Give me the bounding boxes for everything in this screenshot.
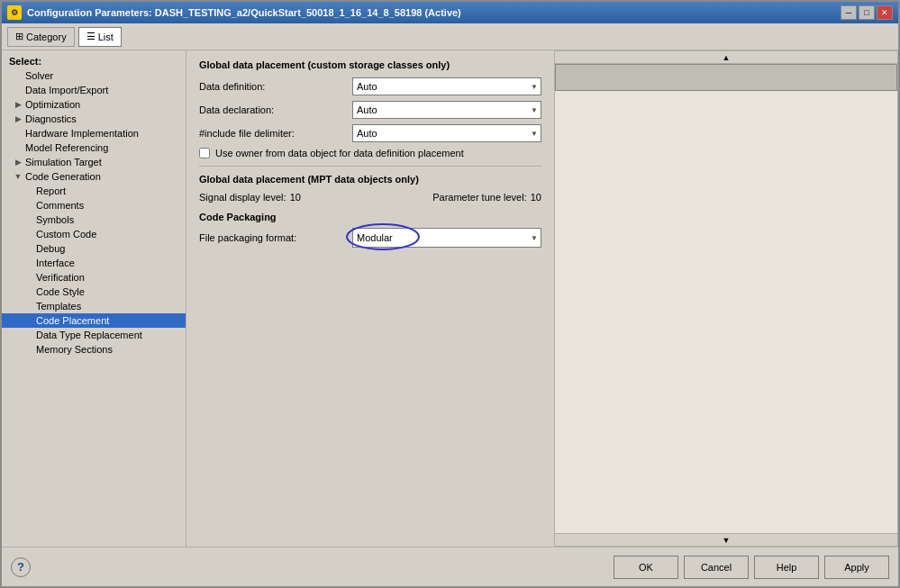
app-icon: ⚙ [7, 5, 22, 20]
data-definition-checkbox[interactable] [199, 148, 210, 158]
sidebar-item-code-placement[interactable]: Code Placement [2, 313, 186, 328]
sidebar-item-label: Comments [34, 199, 86, 212]
param-tune-value: 10 [531, 192, 541, 203]
sidebar-item-verification[interactable]: Verification [2, 270, 186, 285]
sidebar-item-data-type-replacement[interactable]: Data Type Replacement [2, 328, 186, 342]
data-declaration-select-wrapper: Auto [352, 101, 541, 119]
help-button[interactable]: Help [754, 556, 819, 579]
sidebar-item-templates[interactable]: Templates [2, 299, 186, 313]
sidebar-item-code-generation[interactable]: ▼ Code Generation [2, 169, 186, 184]
select-label: Select: [2, 52, 186, 68]
scroll-up-arrow[interactable]: ▲ [555, 51, 897, 64]
scroll-down-arrow[interactable]: ▼ [555, 533, 897, 546]
include-delimiter-select-wrapper: Auto [352, 124, 541, 142]
file-packaging-row: File packaging format: Modular Compact C… [199, 228, 541, 248]
apply-button[interactable]: Apply [824, 556, 889, 579]
expand-icon [23, 315, 34, 326]
data-definition-label: Data definition: [199, 81, 352, 92]
data-declaration-select[interactable]: Auto [352, 101, 541, 119]
expand-icon [23, 344, 34, 355]
checkbox-label: Use owner from data object for data defi… [215, 148, 464, 158]
bottom-left: ? [11, 557, 31, 577]
sidebar-item-label: Simulation Target [23, 156, 104, 168]
sidebar-item-diagnostics[interactable]: ▶ Diagnostics [2, 112, 186, 126]
sidebar-item-solver[interactable]: Solver [2, 68, 186, 83]
sidebar-item-model-referencing[interactable]: Model Referencing [2, 140, 186, 155]
sidebar-item-code-style[interactable]: Code Style [2, 285, 186, 299]
signal-display-value: 10 [290, 192, 301, 203]
help-icon-button[interactable]: ? [11, 557, 31, 577]
checkbox-row: Use owner from data object for data defi… [199, 148, 541, 158]
section1-title: Global data placement (custom storage cl… [199, 59, 541, 70]
bottom-right: OK Cancel Help Apply [614, 556, 889, 579]
sidebar-item-optimization[interactable]: ▶ Optimization [2, 97, 186, 112]
include-delimiter-label: #include file delimiter: [199, 128, 352, 139]
sidebar-item-label: Interface [34, 257, 77, 269]
expand-icon [23, 185, 34, 196]
expand-icon [13, 85, 23, 95]
expand-icon [23, 286, 34, 297]
sidebar-item-debug[interactable]: Debug [2, 241, 186, 256]
code-packaging-title: Code Packaging [199, 212, 541, 222]
sidebar-item-label: Data Type Replacement [34, 329, 144, 341]
category-label: Category [26, 32, 67, 42]
expand-icon [23, 301, 34, 312]
window-controls: ─ □ ✕ [841, 5, 893, 20]
main-content: Select: Solver Data Import/Export ▶ Opti… [2, 50, 898, 547]
file-packaging-select-wrapper: Modular Compact Compact (with separate d… [352, 228, 541, 248]
data-definition-row: Data definition: Auto [199, 77, 541, 95]
cancel-button[interactable]: Cancel [684, 556, 749, 579]
expand-icon [23, 214, 34, 225]
list-label: List [98, 32, 114, 42]
category-button[interactable]: ⊞ Category [7, 27, 75, 47]
expand-icon [23, 229, 34, 240]
sidebar-item-label: Diagnostics [23, 113, 78, 125]
close-button[interactable]: ✕ [877, 5, 893, 20]
sidebar-item-hardware-impl[interactable]: Hardware Implementation [2, 126, 186, 140]
file-packaging-select-container: Modular Compact Compact (with separate d… [352, 228, 541, 248]
title-bar: ⚙ Configuration Parameters: DASH_TESTING… [2, 2, 898, 23]
include-delimiter-select[interactable]: Auto [352, 124, 541, 142]
file-packaging-select[interactable]: Modular Compact Compact (with separate d… [352, 228, 541, 248]
sidebar-item-label: Custom Code [34, 228, 98, 240]
sidebar: Select: Solver Data Import/Export ▶ Opti… [2, 50, 186, 547]
toolbar: ⊞ Category ☰ List [2, 23, 898, 50]
sidebar-item-label: Model Referencing [23, 141, 110, 154]
sidebar-item-comments[interactable]: Comments [2, 198, 186, 213]
sidebar-item-label: Verification [34, 271, 86, 284]
sidebar-item-simulation-target[interactable]: ▶ Simulation Target [2, 155, 186, 169]
minimize-button[interactable]: ─ [841, 5, 857, 20]
list-button[interactable]: ☰ List [78, 27, 122, 47]
expand-icon [13, 70, 23, 81]
sidebar-item-label: Data Import/Export [23, 84, 110, 96]
sidebar-item-custom-code[interactable]: Custom Code [2, 227, 186, 241]
param-tune-label: Parameter tune level: [432, 192, 527, 203]
title-bar-left: ⚙ Configuration Parameters: DASH_TESTING… [7, 5, 461, 20]
sidebar-item-label: Optimization [23, 98, 82, 111]
expand-icon: ▼ [13, 171, 23, 182]
sidebar-item-report[interactable]: Report [2, 184, 186, 198]
sidebar-item-label: Report [34, 185, 68, 197]
expand-icon [23, 272, 34, 283]
signal-display-label: Signal display level: [199, 192, 286, 203]
data-definition-select-wrapper: Auto [352, 77, 541, 95]
sidebar-item-label: Solver [23, 69, 55, 82]
ok-button[interactable]: OK [614, 556, 678, 579]
scroll-thumb[interactable] [555, 64, 897, 91]
expand-icon [23, 200, 34, 211]
expand-icon: ▶ [13, 113, 23, 124]
data-declaration-row: Data declaration: Auto [199, 101, 541, 119]
right-scrollbar[interactable]: ▲ ▼ [554, 50, 898, 547]
sidebar-item-interface[interactable]: Interface [2, 256, 186, 270]
sidebar-item-data-import-export[interactable]: Data Import/Export [2, 83, 186, 97]
expand-icon [13, 142, 23, 153]
data-definition-select[interactable]: Auto [352, 77, 541, 95]
sidebar-item-memory-sections[interactable]: Memory Sections [2, 342, 186, 357]
maximize-button[interactable]: □ [859, 5, 875, 20]
category-icon: ⊞ [15, 31, 23, 42]
sidebar-item-label: Debug [34, 242, 67, 255]
sidebar-item-label: Code Generation [23, 170, 103, 183]
sidebar-item-label: Code Placement [34, 314, 111, 327]
sidebar-item-symbols[interactable]: Symbols [2, 213, 186, 227]
bottom-bar: ? OK Cancel Help Apply [2, 547, 898, 586]
